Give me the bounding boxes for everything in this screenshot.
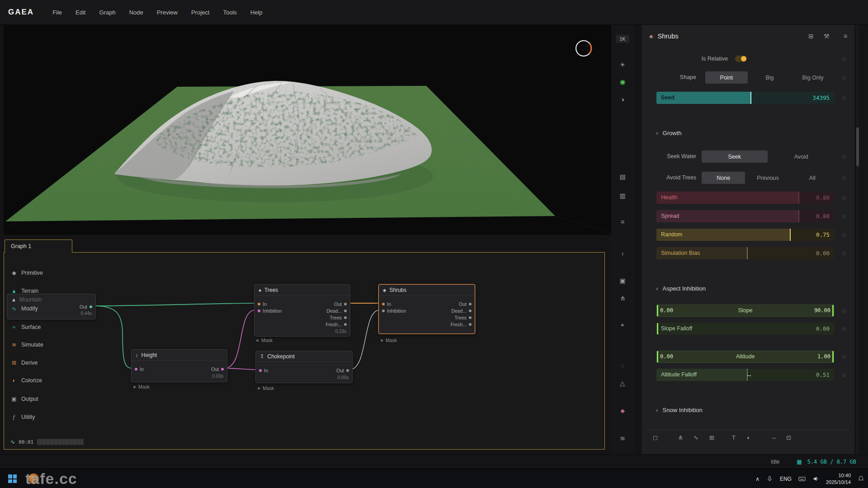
- mask-port[interactable]: Mask: [258, 385, 274, 391]
- pin-icon[interactable]: ◇: [842, 213, 845, 219]
- pages-icon[interactable]: ▤: [611, 173, 634, 180]
- toolbox-surface[interactable]: ≈Surface: [10, 324, 41, 330]
- port-in[interactable]: [259, 369, 262, 372]
- port-out[interactable]: [344, 303, 347, 305]
- port-out[interactable]: [221, 368, 224, 371]
- timeline-strip[interactable]: [37, 439, 84, 445]
- shape-bigonly-button[interactable]: Big Only: [792, 71, 834, 84]
- menu-graph[interactable]: Graph: [92, 6, 122, 19]
- menu-file[interactable]: File: [46, 6, 69, 19]
- pin-icon[interactable]: ◇: [842, 154, 845, 160]
- mask-port[interactable]: Mask: [381, 338, 397, 343]
- is-relative-toggle[interactable]: [735, 56, 747, 62]
- avoid-previous-button[interactable]: Previous: [746, 172, 789, 184]
- growth-section[interactable]: ∨ Growth: [656, 130, 682, 136]
- pin-icon[interactable]: ◇: [842, 354, 845, 360]
- port-out[interactable]: [469, 303, 472, 305]
- language-indicator[interactable]: ENG: [780, 476, 792, 482]
- pin-icon[interactable]: ◇: [842, 56, 845, 62]
- viewport-resolution-badge[interactable]: 1K: [616, 35, 629, 43]
- fullscreen-icon[interactable]: ⊡: [786, 434, 791, 441]
- speaker-icon[interactable]: [812, 475, 819, 482]
- node-trees[interactable]: ♠Trees In Inhibition Out Dead... Trees F…: [254, 284, 350, 337]
- notification-bell-icon[interactable]: [858, 475, 864, 482]
- mask-port[interactable]: Mask: [256, 338, 273, 343]
- spread-slider[interactable]: Spread 0.80: [656, 210, 834, 222]
- node-graph-panel[interactable]: ▲Mountain Out 0.44s ♠Trees In Inhibition…: [4, 252, 605, 450]
- node-height[interactable]: ↕Height In Out 0.00s: [131, 349, 227, 382]
- brightness-icon[interactable]: ☀: [611, 61, 634, 68]
- slope-falloff-slider[interactable]: Slope Falloff 0.00: [656, 323, 834, 335]
- pin-icon[interactable]: ◇: [842, 372, 845, 378]
- panels-icon[interactable]: ▥: [611, 192, 634, 199]
- copy-icon[interactable]: ▣: [611, 277, 634, 284]
- scrollbar-track[interactable]: [856, 25, 859, 454]
- mask-port[interactable]: Mask: [133, 384, 150, 389]
- pin-icon[interactable]: ◇: [842, 75, 845, 80]
- shape-point-button[interactable]: Point: [705, 71, 748, 84]
- menu-edit[interactable]: Edit: [69, 6, 92, 19]
- port-inhibition[interactable]: [382, 310, 385, 312]
- node-chokepoint[interactable]: ↥Chokepoint In Out 0.00s: [255, 351, 353, 383]
- port-fresh[interactable]: [344, 323, 347, 326]
- lasso-icon[interactable]: ◌: [611, 362, 634, 370]
- port-dead[interactable]: [469, 310, 472, 312]
- port-trees[interactable]: [344, 316, 347, 319]
- port-inhibition[interactable]: [258, 310, 260, 312]
- toolbox-utility[interactable]: ƒUtility: [10, 414, 35, 420]
- port-out[interactable]: [90, 305, 92, 308]
- port-in[interactable]: [258, 303, 260, 305]
- avoid-all-button[interactable]: All: [791, 172, 834, 184]
- menu-project[interactable]: Project: [184, 6, 216, 19]
- pin-icon[interactable]: ◇: [842, 195, 845, 201]
- toolbox-output[interactable]: ▣Output: [10, 396, 38, 402]
- contrast-icon[interactable]: ◑: [611, 96, 634, 103]
- avoid-button[interactable]: Avoid: [769, 150, 835, 163]
- list-icon[interactable]: ≡: [611, 218, 634, 225]
- simulation-bias-slider[interactable]: Simulation Bias 0.00: [656, 247, 834, 259]
- wrench-icon[interactable]: ⚒: [824, 33, 830, 40]
- port-fresh[interactable]: [469, 323, 472, 326]
- port-in[interactable]: [135, 368, 137, 371]
- port-in[interactable]: [382, 303, 385, 305]
- port-out[interactable]: [346, 369, 349, 372]
- viewport-3d[interactable]: [4, 25, 611, 235]
- avoid-none-button[interactable]: None: [702, 172, 745, 184]
- toolbox-terrain[interactable]: ▲Terrain: [10, 288, 38, 294]
- port-trees[interactable]: [469, 316, 472, 319]
- seek-button[interactable]: Seek: [702, 150, 768, 163]
- pin-icon[interactable]: ◇: [842, 175, 845, 181]
- menu-tools[interactable]: Tools: [216, 6, 243, 19]
- touch-keyboard-icon[interactable]: [798, 476, 806, 482]
- pin-icon[interactable]: ◇: [842, 326, 845, 332]
- comment-icon[interactable]: ◻: [653, 434, 658, 441]
- fit-icon[interactable]: ⇔: [771, 434, 777, 441]
- collapse-panel-icon[interactable]: ‹: [611, 250, 634, 257]
- pin-icon[interactable]: ◇: [842, 95, 845, 101]
- clock[interactable]: 10:40 2025/10/14: [826, 472, 851, 485]
- pin-icon[interactable]: ◇: [842, 250, 845, 256]
- node-shrubs[interactable]: ♣Shrubs In Inhibition Out Dead... Trees …: [378, 284, 475, 334]
- toolbox-modify[interactable]: ∿Modify: [10, 305, 38, 312]
- pin-icon[interactable]: ◇: [842, 232, 845, 238]
- layout-icon[interactable]: ⊞: [709, 434, 714, 441]
- text-icon[interactable]: T: [732, 434, 736, 441]
- toolbox-primitive[interactable]: ◆Primitive: [10, 270, 43, 276]
- health-slider[interactable]: Health 0.80: [656, 192, 834, 204]
- menu-node[interactable]: Node: [123, 6, 150, 19]
- slope-range-slider[interactable]: 0.00 Slope 90.00: [656, 305, 834, 317]
- graph-tab[interactable]: Graph 1: [5, 239, 72, 253]
- start-button[interactable]: [8, 474, 17, 483]
- layout-grid-icon[interactable]: ⊞: [808, 33, 814, 40]
- toolbox-simulate[interactable]: ≋Simulate: [10, 342, 43, 348]
- aspect-inhibition-section[interactable]: ∨ Aspect Inhibition: [656, 285, 706, 292]
- altitude-range-slider[interactable]: 0.00 Altitude 1.00: [656, 351, 834, 363]
- panel-menu-icon[interactable]: ≡: [844, 33, 847, 40]
- graph-flow-icon[interactable]: ⋔: [678, 434, 683, 441]
- snow-inhibition-section[interactable]: ∨ Snow Inhibition: [656, 407, 703, 413]
- pin-icon[interactable]: ◇: [842, 308, 845, 314]
- graph-timeline[interactable]: ∿ 00:01: [10, 439, 84, 445]
- flask-icon[interactable]: △: [611, 380, 634, 387]
- vegetation-icon[interactable]: ♣: [611, 407, 634, 414]
- terrain-view-icon[interactable]: ◉: [611, 78, 634, 85]
